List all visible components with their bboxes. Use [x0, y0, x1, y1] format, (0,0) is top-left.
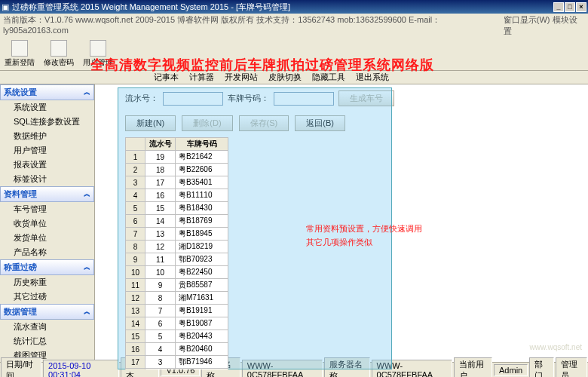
toolbar-icon: [11, 40, 28, 57]
table-row[interactable]: 173鄂B71946: [126, 356, 228, 369]
cell: 粤B22606: [176, 164, 228, 176]
table-row[interactable]: 164粤B20460: [126, 343, 228, 356]
sidebar-group-header[interactable]: 资料管理︽: [0, 186, 94, 202]
sidebar-item[interactable]: 发货单位: [0, 231, 94, 245]
table-row[interactable]: 155粤B20443: [126, 330, 228, 343]
window-title: 过磅称重管理系统 2015 Weight Management System 2…: [12, 2, 290, 13]
maximize-button[interactable]: □: [565, 2, 575, 12]
cell: 13: [126, 305, 145, 317]
table-row[interactable]: 317粤B35401: [126, 176, 228, 189]
info-line: 当前版本：V1.0.76 www.wqsoft.net 2009-2015 博睿…: [0, 14, 588, 38]
toolbar-修改密码[interactable]: 修改密码: [39, 38, 78, 69]
table-row[interactable]: 515粤B18430: [126, 202, 228, 215]
cell: 粤B35401: [176, 176, 228, 189]
close-button[interactable]: ×: [576, 2, 586, 12]
cell: 粤B18769: [176, 215, 228, 228]
chevron-up-icon: ︽: [84, 189, 90, 199]
cell: 12: [126, 292, 145, 305]
table-row[interactable]: 416粤B11110: [126, 189, 228, 202]
sidebar-item[interactable]: 数据维护: [0, 129, 94, 143]
sidebar-group-title: 系统设置: [4, 87, 37, 98]
cell: 4: [126, 189, 145, 202]
cell: 粤B18430: [176, 202, 228, 215]
status-date: 2015-09-10 00:31:04: [43, 360, 119, 378]
toolbar-重新登陆[interactable]: 重新登陆: [0, 38, 39, 69]
sidebar-group-header[interactable]: 数据管理︽: [0, 304, 94, 320]
sidebar-item[interactable]: 产品名称: [0, 245, 94, 259]
annotation-line2: 其它几项操作类似: [306, 235, 422, 249]
cell: 17: [145, 176, 176, 189]
cell: 粤B22450: [176, 266, 228, 279]
cell: 4: [145, 343, 176, 356]
cell: 5: [145, 330, 176, 343]
sidebar-item[interactable]: 其它过磅: [0, 290, 94, 304]
table-row[interactable]: 119贵B85587: [126, 279, 228, 292]
cell: 18: [126, 369, 145, 370]
chevron-up-icon: ︽: [84, 307, 90, 317]
sidebar-item[interactable]: 流水查询: [0, 320, 94, 334]
cell: 10: [126, 266, 145, 279]
sidebar-item[interactable]: 标签设计: [0, 172, 94, 186]
sidebar-group-title: 资料管理: [4, 188, 37, 200]
cell: 18: [145, 164, 176, 176]
cell: 14: [126, 317, 145, 330]
table-row[interactable]: 218粤B22606: [126, 164, 228, 176]
status-date-label: 日期/时间: [1, 357, 41, 378]
cell: 5: [126, 202, 145, 215]
cell: 赣B92939: [176, 369, 228, 370]
cell: 1: [126, 151, 145, 164]
table-row[interactable]: 614粤B18769: [126, 215, 228, 228]
table-row[interactable]: 119粤B21642: [126, 151, 228, 164]
sidebar-item[interactable]: SQL连接参数设置: [0, 115, 94, 129]
toolbar-icon: [90, 40, 106, 57]
cell: 3: [126, 176, 145, 189]
info-right[interactable]: 窗口显示(W) 模块设置: [504, 14, 585, 37]
minimize-button[interactable]: _: [553, 2, 564, 12]
cell: 粤B19087: [176, 317, 228, 330]
cell: 6: [126, 215, 145, 228]
cell: 16: [126, 343, 145, 356]
sidebar-item[interactable]: 车号管理: [0, 202, 94, 216]
table-row[interactable]: 137粤B19191: [126, 305, 228, 317]
sidebar-item[interactable]: 历史称重: [0, 275, 94, 290]
column-header[interactable]: 流水号: [145, 138, 176, 151]
toolbar-icon: [51, 40, 67, 57]
cell: 粤B20443: [176, 330, 228, 343]
sidebar-item[interactable]: 系统设置: [0, 100, 94, 115]
sidebar-item[interactable]: 用户管理: [0, 143, 94, 158]
cell: 7: [126, 228, 145, 241]
column-header[interactable]: [126, 138, 145, 151]
cell: 17: [126, 356, 145, 369]
table-row[interactable]: 1010粤B22450: [126, 266, 228, 279]
cell: 鄂B70923: [176, 253, 228, 266]
cell: 9: [126, 253, 145, 266]
sidebar-item[interactable]: 报表设置: [0, 158, 94, 172]
cell: 粤B18945: [176, 228, 228, 241]
cell: 湘M71631: [176, 292, 228, 305]
status-dept: 管理员: [556, 357, 587, 378]
sidebar-group-title: 称重过磅: [4, 262, 37, 273]
chevron-up-icon: ︽: [84, 262, 90, 272]
table-row[interactable]: 128湘M71631: [126, 292, 228, 305]
table-row[interactable]: 911鄂B70923: [126, 253, 228, 266]
overlay-title: 全高清数字视频监控前后车牌抓拍过磅管理系统网络版: [90, 56, 434, 74]
sidebar-item[interactable]: 收货单位: [0, 216, 94, 231]
cell: 湘D18219: [176, 241, 228, 253]
cell: 15: [126, 330, 145, 343]
cell: 粤B19191: [176, 305, 228, 317]
app-icon: ▣: [2, 2, 9, 12]
cell: 2: [126, 164, 145, 176]
table-row[interactable]: 146粤B19087: [126, 317, 228, 330]
table-row[interactable]: 812湘D18219: [126, 241, 228, 253]
table-row[interactable]: 713粤B18945: [126, 228, 228, 241]
table-row[interactable]: 182赣B92939: [126, 369, 228, 370]
column-header[interactable]: 车牌号码: [176, 138, 228, 151]
sidebar-item[interactable]: 统计汇总: [0, 334, 94, 348]
cell: 贵B85587: [176, 279, 228, 292]
content-area: 流水号： 车牌号码： 生成车号 新建(N) 删除(D) 保存(S) 返回(B) …: [95, 84, 588, 369]
data-table[interactable]: 流水号车牌号码119粤B21642218粤B22606317粤B35401416…: [125, 137, 228, 369]
sidebar-group-header[interactable]: 系统设置︽: [0, 84, 94, 100]
cell: 2: [145, 369, 176, 370]
cell: 19: [145, 151, 176, 164]
sidebar-group-header[interactable]: 称重过磅︽: [0, 259, 94, 275]
